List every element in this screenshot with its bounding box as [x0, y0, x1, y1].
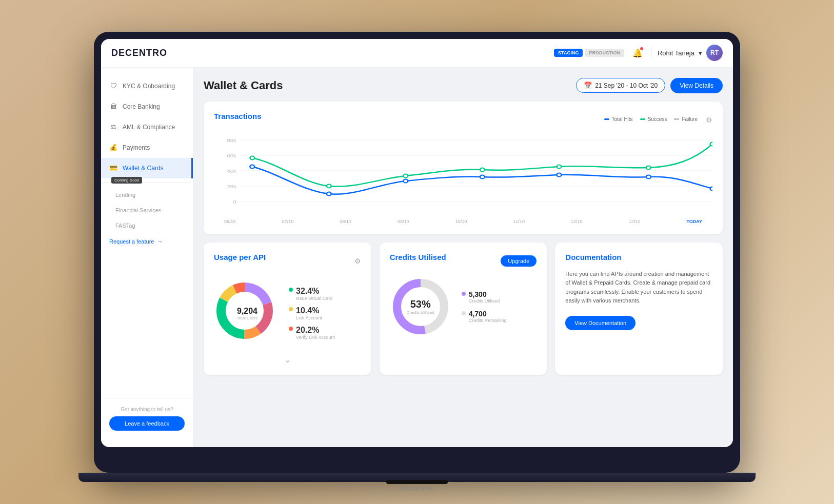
production-badge[interactable]: PRODUCTION	[585, 49, 624, 57]
page-header: Wallet & Cards 📅 21 Sep '20 - 10 Oct '20…	[204, 78, 723, 93]
svg-point-12	[403, 174, 408, 177]
usage-per-api-card: Usage per API ⚙	[204, 243, 371, 375]
sidebar-item-fastag[interactable]: FASTag	[101, 218, 193, 233]
credits-stat-remaining: 4,700 Credits Remaining	[462, 310, 507, 323]
date-range-button[interactable]: 📅 21 Sep '20 - 10 Oct '20	[576, 78, 665, 93]
legend-failure-label: Failure	[682, 116, 698, 122]
credits-card-header: Credits Utilised Upgrade	[390, 253, 537, 270]
legend-item-3: 20.2% Verify Link Account	[289, 326, 335, 340]
page-title: Wallet & Cards	[204, 79, 283, 92]
credits-percentage: 53%	[407, 298, 434, 310]
donut-legend: 32.4% Issue Virtual Card 10.4% Link Acco…	[289, 287, 335, 340]
credits-remaining-label: Credits Remaining	[469, 318, 507, 323]
shield-icon: 🛡	[109, 82, 117, 90]
avatar: RT	[706, 45, 723, 61]
credits-stats: 5,300 Credits Utilised 4,700 Credits Rem…	[462, 290, 507, 323]
x-label-3: 08/10	[340, 219, 351, 224]
credits-used-dot	[462, 292, 466, 296]
app-header: DECENTRO STAGING PRODUCTION 🔔 Rohit Tane…	[101, 39, 733, 68]
total-users-number: 9,204	[237, 306, 257, 315]
legend-dot-3	[289, 327, 293, 331]
show-more-button[interactable]: ⌄	[214, 355, 361, 365]
credits-utilised-card: Credits Utilised Upgrade	[380, 243, 547, 375]
sidebar: 🛡 KYC & Onboarding 🏛 Core Banking ⚖ AML …	[101, 68, 193, 447]
bank-icon: 🏛	[109, 103, 117, 111]
request-feature-link[interactable]: Request a feature →	[101, 233, 193, 250]
legend-text-1: 32.4% Issue Virtual Card	[296, 287, 332, 301]
header-actions: 📅 21 Sep '20 - 10 Oct '20 View Details	[576, 78, 723, 93]
staging-badge[interactable]: STAGING	[554, 49, 583, 57]
legend-pct-2: 10.4%	[296, 306, 322, 315]
sidebar-item-core-banking[interactable]: 🏛 Core Banking	[101, 96, 193, 117]
legend-text-3: 20.2% Verify Link Account	[296, 326, 335, 340]
legend-name-1: Issue Virtual Card	[296, 296, 332, 301]
laptop-screen: DECENTRO STAGING PRODUCTION 🔔 Rohit Tane…	[101, 39, 733, 447]
view-documentation-button[interactable]: View Documentation	[565, 316, 636, 330]
chart-legend: Total Hits Success Failure	[604, 116, 698, 122]
sidebar-item-financial-services[interactable]: Financial Services	[101, 203, 193, 218]
legend-failure-dot	[674, 118, 679, 120]
x-label-7: 12/10	[571, 219, 583, 224]
legend-name-3: Verify Link Account	[296, 335, 335, 340]
svg-text:20k: 20k	[227, 184, 237, 189]
svg-point-15	[646, 166, 651, 169]
donut-container: 9,204 Total Users 32.4% Issue Virtual Ca	[214, 276, 361, 351]
legend-item-2: 10.4% Link Account	[289, 306, 335, 320]
credits-remaining-dot	[462, 311, 466, 315]
sidebar-item-aml[interactable]: ⚖ AML & Compliance	[101, 117, 193, 137]
legend-success-label: Success	[648, 116, 667, 122]
x-label-8: 13/10	[629, 219, 641, 224]
calendar-icon: 📅	[584, 82, 592, 89]
feedback-button[interactable]: Leave a feedback	[109, 416, 185, 431]
payments-icon: 💰	[109, 144, 117, 152]
transactions-title: Transactions	[214, 112, 262, 120]
svg-point-20	[480, 175, 485, 178]
user-menu[interactable]: Rohit Taneja ▾ RT	[658, 45, 723, 61]
logo: DECENTRO	[111, 48, 167, 58]
chevron-down-icon: ▾	[699, 49, 702, 57]
svg-point-23	[710, 187, 712, 190]
documentation-description: Here you can find APIs around creation a…	[565, 270, 712, 306]
sidebar-item-payments-label: Payments	[123, 144, 150, 151]
upgrade-button[interactable]: Upgrade	[501, 255, 537, 267]
chart-settings-icon[interactable]: ⚙	[706, 116, 712, 124]
request-feature-label: Request a feature	[109, 238, 154, 245]
legend-failure: Failure	[674, 116, 698, 122]
usage-donut-chart: 9,204 Total Users	[214, 280, 281, 347]
main-content: Wallet & Cards 📅 21 Sep '20 - 10 Oct '20…	[193, 68, 733, 447]
sidebar-item-kyc[interactable]: 🛡 KYC & Onboarding	[101, 76, 193, 96]
notification-bell-icon[interactable]: 🔔	[630, 46, 645, 60]
coming-soon-badge: Coming Soon	[111, 177, 142, 184]
credits-remaining-info: 4,700 Credits Remaining	[469, 310, 507, 323]
header-divider	[651, 47, 651, 59]
sidebar-bottom: Got anything to tell us? Leave a feedbac…	[101, 398, 193, 439]
usage-settings-icon[interactable]: ⚙	[354, 257, 361, 265]
credits-center: 53% Credits Utilised	[407, 298, 434, 315]
svg-text:0: 0	[233, 199, 236, 205]
credits-used-info: 5,300 Credits Utilised	[469, 290, 500, 304]
sidebar-item-wallet[interactable]: 💳 Wallet & Cards	[101, 158, 193, 178]
credits-remaining-number: 4,700	[469, 310, 507, 318]
legend-total: Total Hits	[604, 116, 633, 122]
credits-title: Credits Utilised	[390, 253, 446, 261]
svg-point-14	[557, 165, 562, 168]
chart-area: 80k 60k 40k 20k 0	[214, 135, 712, 217]
x-label-4: 09/10	[398, 219, 409, 224]
chart-x-labels: 06/10 07/10 08/10 09/10 10/10 11/10 12/1…	[214, 219, 712, 224]
sidebar-item-kyc-label: KYC & Onboarding	[123, 83, 175, 90]
transactions-card: Transactions Total Hits Success	[204, 102, 723, 234]
sidebar-item-lending[interactable]: Lending	[101, 187, 193, 203]
sidebar-item-payments[interactable]: 💰 Payments	[101, 137, 193, 158]
x-label-2: 07/10	[282, 219, 294, 224]
feedback-hint: Got anything to tell us?	[109, 407, 185, 412]
view-details-button[interactable]: View Details	[670, 78, 723, 93]
legend-pct-3: 20.2%	[296, 326, 335, 335]
svg-point-11	[327, 184, 331, 188]
documentation-card: Documentation Here you can find APIs aro…	[555, 243, 723, 375]
total-users-label: Total Users	[237, 315, 257, 320]
svg-point-22	[646, 175, 651, 178]
sidebar-item-wallet-label: Wallet & Cards	[123, 165, 164, 172]
legend-dot-2	[289, 307, 293, 311]
legend-success-dot	[640, 118, 645, 120]
svg-point-17	[250, 165, 254, 168]
